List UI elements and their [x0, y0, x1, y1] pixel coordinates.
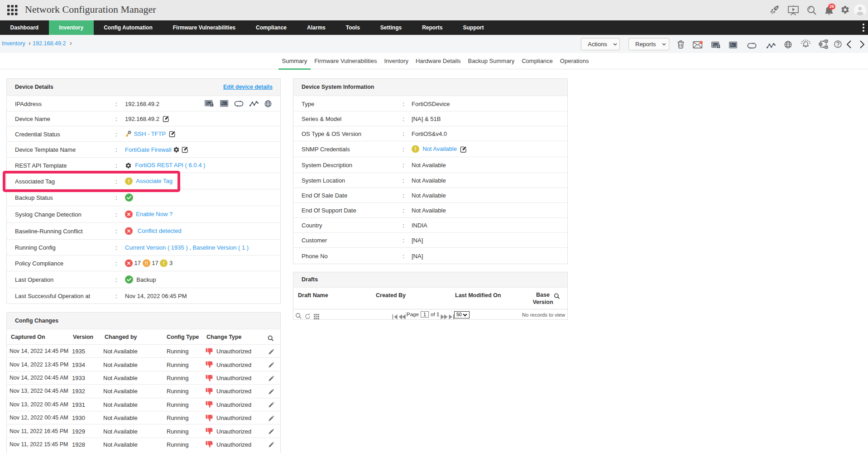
svg-text:!: !	[415, 146, 417, 152]
svg-text:!!: !!	[145, 260, 148, 266]
svg-text:!: !	[163, 260, 165, 266]
